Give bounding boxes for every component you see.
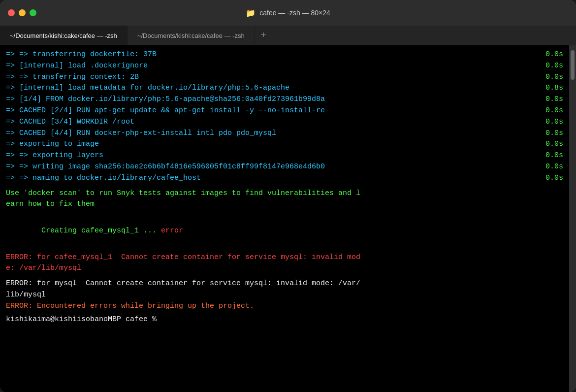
close-button[interactable] — [8, 9, 15, 16]
tab-2[interactable]: ~/Documents/kishi:cake/cafee — -zsh — [128, 26, 255, 45]
line-time: 0.0s — [544, 49, 563, 61]
line-text: => => exporting layers — [6, 150, 540, 162]
line-text: => [1/4] FROM docker.io/library/php:5.6-… — [6, 94, 540, 105]
error2-line1: ERROR: for mysql Cannot create container… — [6, 278, 563, 290]
line-text: => => naming to docker.io/library/cafee_… — [6, 173, 540, 184]
line-text: => exporting to image — [6, 139, 540, 150]
scrollbar[interactable] — [569, 45, 576, 392]
terminal-line: => exporting to image 0.0s — [6, 139, 563, 150]
terminal-line: => => transferring context: 2B 0.0s — [6, 72, 563, 83]
line-text: => [internal] load metadata for docker.i… — [6, 83, 540, 94]
tab-bar: ~/Documents/kishi:cake/cafee — -zsh ~/Do… — [0, 26, 576, 45]
creating-text: Creating cafee_mysql_1 ... — [41, 227, 161, 235]
content-wrapper: => => transferring dockerfile: 37B 0.0s … — [0, 45, 576, 392]
line-time: 0.0s — [544, 150, 563, 162]
line-text: => => transferring context: 2B — [6, 72, 540, 83]
error1-line2: e: /var/lib/mysql — [6, 263, 563, 274]
terminal-line: => [1/4] FROM docker.io/library/php:5.6-… — [6, 94, 563, 105]
terminal-line-cached-2: => CACHED [2/4] RUN apt-get update && ap… — [6, 105, 563, 117]
add-tab-button[interactable]: + — [255, 26, 272, 45]
snyk-warning: Use 'docker scan' to run Snyk tests agai… — [6, 188, 563, 211]
traffic-lights — [8, 9, 36, 16]
maximize-button[interactable] — [30, 9, 36, 16]
title-bar: 📁 cafee — -zsh — 80×24 — [0, 0, 576, 26]
line-time: 0.0s — [544, 94, 563, 105]
error3: ERROR: Encountered errors while bringing… — [6, 301, 563, 312]
line-time: 0.0s — [544, 173, 563, 184]
line-text: => => transferring dockerfile: 37B — [6, 49, 540, 61]
tab-1[interactable]: ~/Documents/kishi:cake/cafee — -zsh — [0, 26, 128, 45]
line-text: => CACHED [2/4] RUN apt-get update && ap… — [6, 105, 540, 117]
creating-line: Creating cafee_mysql_1 ... error — [6, 214, 563, 248]
terminal-window: 📁 cafee — -zsh — 80×24 ~/Documents/kishi… — [0, 0, 576, 392]
error2-line2: lib/mysql — [6, 290, 563, 301]
scrollbar-thumb[interactable] — [571, 50, 575, 80]
tab-2-label: ~/Documents/kishi:cake/cafee — -zsh — [137, 32, 245, 39]
folder-icon: 📁 — [246, 8, 256, 18]
line-time: 0.0s — [544, 61, 563, 72]
line-time: 0.0s — [544, 105, 563, 117]
window-title-text: cafee — -zsh — 80×24 — [259, 9, 330, 17]
terminal-line: => => naming to docker.io/library/cafee_… — [6, 173, 563, 184]
terminal-line: => => exporting layers 0.0s — [6, 150, 563, 162]
terminal-line: => => transferring dockerfile: 37B 0.0s — [6, 49, 563, 61]
window-title: 📁 cafee — -zsh — 80×24 — [246, 8, 330, 18]
terminal-prompt: kishikaima@kishiisobanoMBP cafee % — [6, 314, 563, 326]
line-time: 0.8s — [544, 83, 563, 94]
terminal-line: => => writing image sha256:bae2c6b6bf481… — [6, 162, 563, 173]
creating-error: error — [161, 227, 183, 235]
tab-1-label: ~/Documents/kishi:cake/cafee — -zsh — [10, 32, 117, 39]
line-time: 0.0s — [544, 128, 563, 139]
line-text: => [internal] load .dockerignore — [6, 61, 540, 72]
terminal-line-cached-4: => CACHED [4/4] RUN docker-php-ext-insta… — [6, 128, 563, 139]
error1-line1: ERROR: for cafee_mysql_1 Cannot create c… — [6, 252, 563, 263]
line-time: 0.0s — [544, 117, 563, 128]
line-text: => => writing image sha256:bae2c6b6bf481… — [6, 162, 540, 173]
line-text: => CACHED [4/4] RUN docker-php-ext-insta… — [6, 128, 540, 139]
terminal-line-cached-3: => CACHED [3/4] WORKDIR /root 0.0s — [6, 117, 563, 128]
line-time: 0.0s — [544, 72, 563, 83]
minimize-button[interactable] — [19, 9, 26, 16]
line-time: 0.0s — [544, 162, 563, 173]
line-time: 0.0s — [544, 139, 563, 150]
line-text: => CACHED [3/4] WORKDIR /root — [6, 117, 540, 128]
terminal-line: => [internal] load metadata for docker.i… — [6, 83, 563, 94]
terminal-output[interactable]: => => transferring dockerfile: 37B 0.0s … — [0, 45, 569, 392]
terminal-line: => [internal] load .dockerignore 0.0s — [6, 61, 563, 72]
